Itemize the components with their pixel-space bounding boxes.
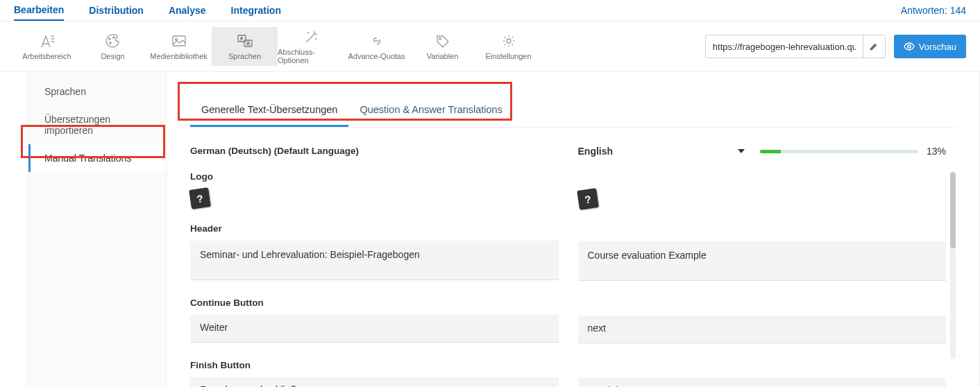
toolbar-label: Variablen <box>427 52 459 60</box>
toolbar-arbeitsbereich[interactable]: Arbeitsbereich <box>14 27 80 66</box>
answers-count[interactable]: Antworten: 144 <box>901 5 966 20</box>
svg-point-0 <box>108 38 110 40</box>
toolbar-design[interactable]: Design <box>80 27 146 66</box>
section-continue-label: Continue Button <box>190 298 559 308</box>
default-language-label: German (Deutsch) (Default Language) <box>190 146 559 156</box>
scrollbar[interactable] <box>950 172 956 359</box>
link-icon <box>369 33 385 49</box>
section-header-label: Header <box>190 223 559 234</box>
pen-ruler-icon <box>39 33 56 49</box>
sidebar-item-sprachen[interactable]: Sprachen <box>28 78 166 105</box>
continue-field-default[interactable] <box>190 315 559 343</box>
language-select-label: English <box>578 146 614 157</box>
language-select[interactable]: English <box>578 146 745 157</box>
toolbar-einstellungen[interactable]: Einstellungen <box>475 27 541 66</box>
toolbar: Arbeitsbereich Design Medienbibliothek S… <box>0 22 980 72</box>
palette-icon <box>105 33 121 49</box>
header-field-default[interactable] <box>190 241 559 280</box>
toolbar-label: Design <box>101 52 124 60</box>
chevron-down-icon <box>738 149 745 153</box>
translation-progress: 13% <box>760 146 946 157</box>
sidebar-item-manual-translations[interactable]: Manual Translations <box>28 144 166 172</box>
url-input[interactable] <box>706 42 863 52</box>
section-finish-label: Finish Button <box>190 360 559 370</box>
svg-point-9 <box>908 45 911 48</box>
continue-field-translation[interactable] <box>578 316 947 343</box>
toolbar-label: Abschluss-Optionen <box>278 48 344 64</box>
sidebar: Sprachen Übersetzungen importieren Manua… <box>28 72 167 387</box>
toolbar-medienbibliothek[interactable]: Medienbibliothek <box>146 27 212 66</box>
toolbar-label: Advance-Quotas <box>348 52 405 60</box>
url-input-group <box>705 35 886 58</box>
preview-label: Vorschau <box>919 42 956 52</box>
topnav-distribution[interactable]: Distribution <box>89 5 144 20</box>
edit-url-button[interactable] <box>863 35 885 58</box>
toolbar-label: Arbeitsbereich <box>22 52 71 60</box>
toolbar-label: Einstellungen <box>485 52 531 60</box>
sidebar-item-uebersetzungen-importieren[interactable]: Übersetzungen importieren <box>28 105 166 144</box>
svg-point-1 <box>109 42 110 44</box>
svg-point-7 <box>439 38 441 40</box>
scrollbar-thumb[interactable] <box>950 172 956 248</box>
preview-button[interactable]: Vorschau <box>894 35 966 58</box>
translate-icon <box>237 33 253 49</box>
translation-tabs: Generelle Text-Übersetzungen Question & … <box>190 96 956 128</box>
topnav-analyse[interactable]: Analyse <box>169 5 206 20</box>
finish-field-translation[interactable] <box>578 378 947 387</box>
svg-point-2 <box>112 37 114 38</box>
main-content: Generelle Text-Übersetzungen Question & … <box>167 72 980 387</box>
finish-field-default[interactable] <box>190 377 559 387</box>
toolbar-label: Medienbibliothek <box>150 52 208 60</box>
tag-icon <box>434 33 451 49</box>
tab-question-answer[interactable]: Question & Answer Translations <box>348 96 514 127</box>
topnav-integration[interactable]: Integration <box>231 5 281 20</box>
header-field-translation[interactable] <box>578 241 947 281</box>
svg-point-8 <box>507 39 511 43</box>
gear-icon <box>500 33 517 49</box>
toolbar-sprachen[interactable]: Sprachen <box>212 27 278 66</box>
image-icon <box>171 33 187 49</box>
svg-point-4 <box>175 39 177 41</box>
logo-placeholder-translation[interactable]: ? <box>577 188 599 210</box>
default-language-column: German (Deutsch) (Default Language) Logo… <box>190 146 559 387</box>
top-nav: Bearbeiten Distribution Analyse Integrat… <box>0 0 980 22</box>
tab-general-text[interactable]: Generelle Text-Übersetzungen <box>190 96 348 127</box>
topnav-bearbeiten[interactable]: Bearbeiten <box>14 4 64 21</box>
toolbar-label: Sprachen <box>228 52 261 60</box>
magic-wand-icon <box>303 28 319 45</box>
logo-placeholder[interactable]: ? <box>189 187 211 209</box>
eye-icon <box>904 42 915 51</box>
toolbar-variablen[interactable]: Variablen <box>409 27 475 66</box>
section-logo-label: Logo <box>190 171 559 182</box>
toolbar-abschluss-optionen[interactable]: Abschluss-Optionen <box>278 27 344 66</box>
toolbar-advance-quotas[interactable]: Advance-Quotas <box>344 27 409 66</box>
translation-language-column: English 13% Logo ? Header Continue Finis… <box>578 146 956 387</box>
progress-percent: 13% <box>927 146 946 157</box>
progress-bar <box>760 150 918 153</box>
